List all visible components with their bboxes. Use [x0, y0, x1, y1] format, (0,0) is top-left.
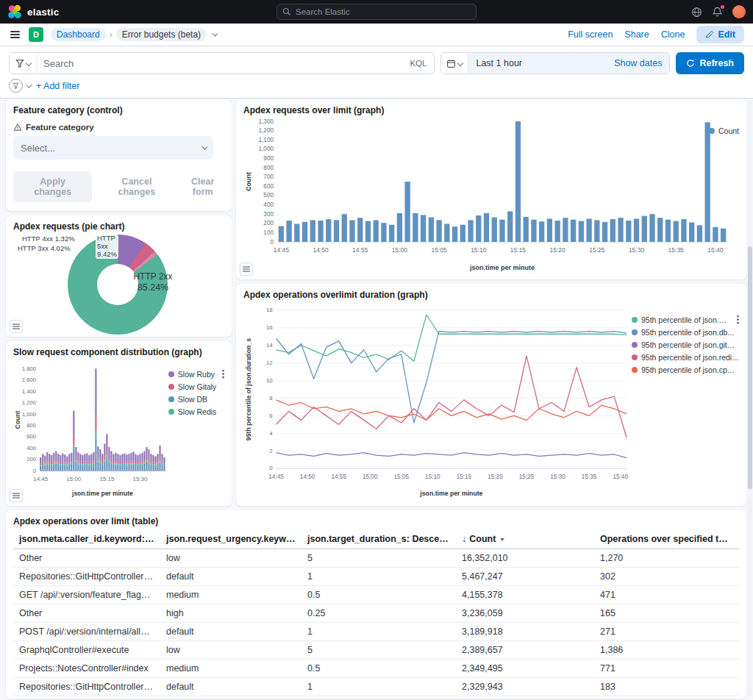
svg-text:15:35: 15:35 — [582, 474, 597, 480]
saved-filters-icon[interactable] — [9, 79, 23, 93]
breadcrumb-dashboard[interactable]: Dashboard — [51, 28, 106, 41]
clone-button[interactable]: Clone — [661, 29, 685, 40]
header-actions — [691, 5, 746, 18]
clear-form-button[interactable]: Clear form — [181, 176, 224, 197]
edit-button-label: Edit — [718, 29, 735, 40]
svg-text:14:55: 14:55 — [352, 246, 368, 254]
legend-dot — [168, 384, 174, 390]
show-dates-button[interactable]: Show dates — [614, 58, 662, 68]
column-header[interactable]: json.meta.caller_id.keyword: Desce... — [13, 529, 160, 549]
dashboard-actions: Full screen Share Clone Edit — [568, 26, 744, 43]
legend-item[interactable]: 95th percentile of json.dura... — [632, 315, 739, 324]
column-header[interactable]: json.target_duration_s: Descending — [301, 529, 456, 549]
query-search-input[interactable] — [38, 58, 402, 69]
legend-item[interactable]: 95th percentile of json.gital... — [632, 340, 739, 349]
global-search[interactable] — [276, 4, 477, 20]
column-header[interactable]: Operations over specified threshold... — [594, 529, 739, 549]
feature-category-select[interactable]: Select... — [13, 136, 213, 160]
svg-text:1,200: 1,200 — [259, 127, 274, 134]
panel-title: Feature category (control) — [13, 105, 224, 115]
legend-item[interactable]: Slow DB — [168, 395, 224, 404]
cloud-deployments-icon[interactable] — [691, 7, 702, 18]
legend-item[interactable]: Slow Redis — [168, 407, 224, 416]
svg-text:18: 18 — [266, 307, 273, 313]
notifications-icon[interactable] — [712, 7, 723, 18]
table-cell: medium — [160, 586, 301, 604]
pie-chart[interactable]: HTTP 2xx 85.24% HTTP 4xx 1.32% HTTP 3xx … — [13, 233, 224, 335]
pie-center-value: 85.24% — [124, 282, 182, 294]
svg-text:15:30: 15:30 — [550, 474, 565, 480]
svg-text:200: 200 — [263, 220, 274, 226]
saved-query-button[interactable] — [10, 53, 38, 74]
elastic-logo[interactable]: elastic — [7, 4, 59, 19]
column-header[interactable]: ↓Count — [456, 529, 594, 549]
table-cell: 2,349,495 — [456, 660, 594, 678]
legend-menu-icon[interactable] — [737, 318, 739, 321]
user-avatar[interactable] — [732, 5, 746, 18]
kql-badge[interactable]: KQL — [402, 59, 434, 68]
table-cell: 302 — [594, 568, 739, 586]
space-avatar[interactable]: D — [29, 27, 43, 42]
svg-text:15:05: 15:05 — [394, 474, 410, 480]
legend-item[interactable]: 95th percentile of json.cpu_s — [632, 365, 739, 374]
table-cell: default — [160, 568, 301, 586]
panel-options-icon[interactable] — [240, 262, 253, 276]
hamburger-menu-icon[interactable] — [9, 29, 21, 40]
table-cell: 165 — [594, 604, 739, 623]
table-row: GET /api/:version/feature_flags/unleash.… — [13, 586, 739, 604]
line-chart[interactable]: 02468101214161895th percentile of json.d… — [243, 301, 632, 501]
panel-options-icon[interactable] — [10, 320, 23, 333]
svg-text:14:45: 14:45 — [274, 246, 290, 254]
refresh-button[interactable]: Refresh — [676, 52, 744, 74]
svg-text:15:15: 15:15 — [510, 246, 527, 254]
table-cell: default — [160, 678, 301, 696]
svg-text:15:30: 15:30 — [132, 476, 148, 482]
table-row: POST /api/:version/internal/alloweddefau… — [13, 623, 739, 641]
cancel-changes-button[interactable]: Cancel changes — [104, 176, 169, 197]
table-cell: Other — [13, 604, 160, 623]
svg-text:15:00: 15:00 — [392, 246, 408, 254]
bar-chart[interactable]: 01002003004005006007008009001,0001,1001,… — [243, 117, 739, 273]
legend-dot — [168, 396, 174, 402]
legend-item[interactable]: Count — [709, 126, 739, 135]
svg-text:json.time per minute: json.time per minute — [469, 264, 535, 271]
table-cell: 0.5 — [301, 660, 456, 678]
control-field-label-text: Feature category — [26, 123, 94, 132]
column-header[interactable]: json.request_urgency.keyword: Des... — [160, 529, 301, 549]
legend-dot — [709, 128, 715, 134]
svg-text:900: 900 — [263, 155, 274, 162]
legend-item[interactable]: Slow Gitaly — [168, 382, 224, 391]
legend-item[interactable]: 95th percentile of json.redi... — [632, 353, 739, 362]
breadcrumb-caret-icon[interactable] — [212, 30, 218, 36]
table-cell: 1,270 — [594, 549, 739, 568]
breadcrumb-separator: › — [110, 29, 113, 40]
edit-button[interactable]: Edit — [696, 26, 744, 43]
panel-options-icon[interactable] — [10, 489, 23, 502]
legend-label: 95th percentile of json.db... — [641, 328, 734, 337]
share-button[interactable]: Share — [624, 29, 649, 40]
date-picker-button[interactable] — [441, 53, 468, 74]
chevron-down-icon[interactable] — [26, 82, 32, 88]
svg-text:95th percentile of json.durati: 95th percentile of json.duration_s — [245, 338, 252, 440]
svg-text:15:05: 15:05 — [431, 246, 447, 254]
breadcrumb-current[interactable]: Error budgets (beta) — [116, 28, 207, 41]
legend-item[interactable]: 95th percentile of json.db... — [632, 328, 739, 337]
svg-text:15:15: 15:15 — [99, 476, 115, 482]
scrollbar-thumb[interactable] — [748, 246, 752, 489]
table-cell: 271 — [594, 623, 739, 641]
legend-item[interactable]: Slow Ruby — [168, 370, 224, 379]
legend-dot — [632, 342, 638, 348]
global-search-input[interactable] — [296, 7, 471, 16]
table-row: Projects::NotesController#indexmedium0.5… — [13, 660, 739, 678]
full-screen-button[interactable]: Full screen — [568, 29, 613, 40]
table-cell: 5 — [301, 549, 456, 568]
global-header: elastic — [0, 0, 753, 24]
svg-text:1,600: 1,600 — [22, 376, 36, 383]
svg-text:json.time per minute: json.time per minute — [71, 490, 133, 497]
apply-changes-button[interactable]: Apply changes — [13, 171, 92, 202]
stacked-bar-chart[interactable]: 02004006008001,0001,2001,4001,6001,800Co… — [13, 359, 168, 503]
legend-menu-icon[interactable] — [222, 373, 224, 375]
add-filter-button[interactable]: + Add filter — [36, 81, 79, 91]
time-range-value[interactable]: Last 1 hour — [476, 58, 608, 68]
legend-label: 95th percentile of json.gital... — [641, 340, 739, 349]
